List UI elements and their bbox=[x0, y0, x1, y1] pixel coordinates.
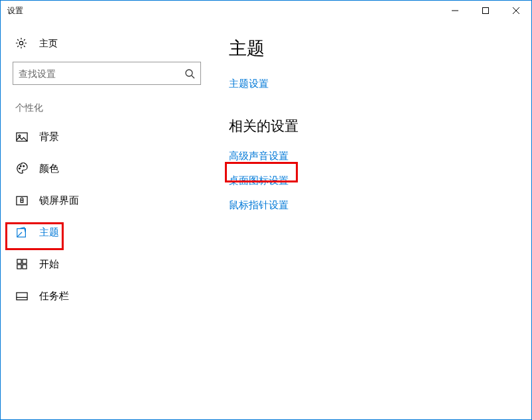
sidebar-item-label: 背景 bbox=[39, 131, 59, 143]
sidebar-item-colors[interactable]: 颜色 bbox=[1, 153, 213, 184]
palette-icon bbox=[15, 163, 29, 175]
svg-point-11 bbox=[23, 166, 25, 167]
svg-rect-18 bbox=[23, 265, 27, 269]
sidebar-section-label: 个性化 bbox=[1, 85, 213, 121]
home-button[interactable]: 主页 bbox=[1, 29, 213, 59]
search-icon bbox=[184, 68, 195, 79]
close-button[interactable] bbox=[501, 1, 531, 21]
minimize-button[interactable] bbox=[440, 1, 470, 21]
sidebar-item-background[interactable]: 背景 bbox=[1, 121, 213, 153]
theme-icon bbox=[15, 226, 29, 238]
sidebar-item-lockscreen[interactable]: 锁屏界面 bbox=[1, 184, 213, 216]
titlebar: 设置 bbox=[1, 1, 531, 21]
sidebar-item-label: 主题 bbox=[39, 226, 59, 239]
svg-point-10 bbox=[20, 166, 21, 167]
theme-settings-link[interactable]: 主题设置 bbox=[229, 75, 515, 93]
svg-point-4 bbox=[19, 41, 23, 44]
svg-point-8 bbox=[19, 135, 21, 137]
svg-line-6 bbox=[192, 76, 194, 78]
svg-rect-13 bbox=[21, 200, 23, 202]
svg-rect-19 bbox=[17, 293, 27, 300]
home-label: 主页 bbox=[39, 38, 58, 50]
main-content: 主题 主题设置 相关的设置 高级声音设置 桌面图标设置 鼠标指针设置 bbox=[213, 21, 531, 419]
svg-point-9 bbox=[19, 168, 21, 169]
search-box[interactable] bbox=[13, 62, 201, 85]
mouse-pointer-settings-link[interactable]: 鼠标指针设置 bbox=[229, 196, 515, 214]
sidebar-item-label: 任务栏 bbox=[39, 290, 69, 303]
page-heading: 主题 bbox=[229, 36, 515, 60]
svg-rect-1 bbox=[483, 8, 489, 14]
advanced-sound-link[interactable]: 高级声音设置 bbox=[229, 147, 515, 165]
start-icon bbox=[15, 259, 29, 269]
sidebar-item-label: 开始 bbox=[39, 258, 59, 271]
lock-screen-icon bbox=[15, 196, 29, 206]
related-heading: 相关的设置 bbox=[229, 117, 515, 135]
gear-icon bbox=[15, 37, 29, 51]
maximize-button[interactable] bbox=[470, 1, 501, 21]
search-input[interactable] bbox=[19, 68, 184, 79]
svg-rect-15 bbox=[17, 259, 21, 263]
svg-rect-16 bbox=[23, 259, 27, 263]
svg-point-5 bbox=[186, 70, 192, 76]
sidebar-item-label: 锁屏界面 bbox=[39, 194, 79, 207]
sidebar-item-taskbar[interactable]: 任务栏 bbox=[1, 280, 213, 312]
window-controls bbox=[440, 1, 531, 21]
sidebar: 主页 个性化 背景 bbox=[1, 21, 213, 419]
svg-rect-17 bbox=[17, 265, 21, 269]
sidebar-item-label: 颜色 bbox=[39, 163, 59, 175]
image-icon bbox=[15, 132, 29, 142]
sidebar-item-start[interactable]: 开始 bbox=[1, 248, 213, 280]
sidebar-item-themes[interactable]: 主题 bbox=[1, 216, 213, 248]
taskbar-icon bbox=[15, 292, 29, 301]
window-title: 设置 bbox=[7, 5, 23, 17]
desktop-icon-settings-link[interactable]: 桌面图标设置 bbox=[229, 172, 515, 190]
